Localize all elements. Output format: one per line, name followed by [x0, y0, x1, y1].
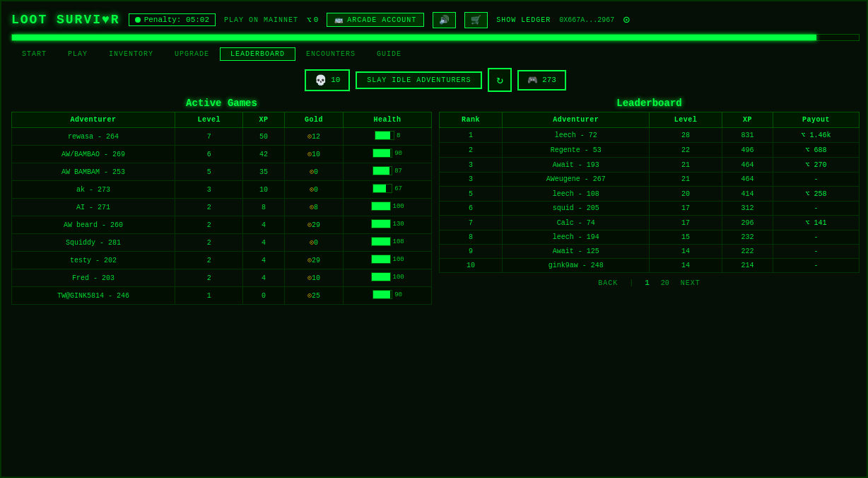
skull-count: 10: [331, 76, 340, 84]
level: 20: [650, 187, 722, 202]
level: 22: [650, 143, 722, 158]
gold: ⊙12: [284, 128, 344, 146]
payout: -: [773, 245, 860, 259]
xp: 222: [722, 245, 773, 259]
adventurer-name: rewasa - 264: [12, 128, 175, 146]
level: 15: [650, 231, 722, 245]
adventurer-name: testy - 202: [12, 252, 175, 269]
table-row[interactable]: 10 gink9aw - 248 14 214 -: [440, 259, 860, 273]
table-row[interactable]: 6 squid - 205 17 312 -: [440, 202, 860, 216]
table-row[interactable]: rewasa - 264 7 50 ⊙12 8: [12, 128, 432, 146]
table-row[interactable]: AW BAMBAM - 253 5 35 ⊙0 87: [12, 163, 432, 181]
gold: ⊙0: [284, 181, 344, 199]
active-games-table: Adventurer Level XP Gold Health rewasa -…: [11, 112, 432, 305]
nav-encounters[interactable]: ENCOUNTERS: [295, 47, 366, 61]
xp: 4: [243, 269, 284, 287]
col-xp-lb: XP: [722, 112, 773, 128]
controller-count-button[interactable]: 🎮 273: [517, 70, 566, 91]
payout: ⌥ 270: [773, 158, 860, 173]
nav-play[interactable]: PLAY: [57, 47, 98, 61]
play-mainnet: PLAY ON MAINNET: [224, 16, 298, 24]
level: 21: [650, 173, 722, 187]
adventurer-name: leech - 194: [502, 231, 650, 245]
back-button[interactable]: BACK: [598, 279, 618, 287]
level: 6: [175, 146, 243, 163]
refresh-icon: ↻: [496, 73, 503, 87]
next-button[interactable]: NEXT: [681, 279, 700, 287]
bus-icon: 🚌: [334, 16, 344, 24]
xp: 4: [243, 216, 284, 234]
adventurer-name: leech - 72: [502, 128, 650, 143]
table-row[interactable]: AI - 271 2 8 ⊙8 100: [12, 199, 432, 216]
token-display: ⌥ 0: [307, 16, 318, 25]
xp: 496: [722, 143, 773, 158]
table-row[interactable]: AW beard - 260 2 4 ⊙29 130: [12, 216, 432, 234]
gold: ⊙8: [284, 199, 344, 216]
table-row[interactable]: 7 Calc - 74 17 296 ⌥ 141: [440, 216, 860, 231]
arcade-account-button[interactable]: 🚌 ARCADE ACCOUNT: [327, 13, 424, 27]
adventurer-name: leech - 108: [502, 187, 650, 202]
table-row[interactable]: 8 leech - 194 15 232 -: [440, 231, 860, 245]
slay-idle-button[interactable]: SLAY IDLE ADVENTURERS: [356, 71, 482, 89]
col-xp: XP: [243, 112, 284, 128]
health: 87: [344, 163, 432, 181]
skull-count-button[interactable]: 💀 10: [305, 69, 350, 91]
payout: ⌥ 1.46k: [773, 128, 860, 143]
level: 28: [650, 128, 722, 143]
level: 14: [650, 259, 722, 273]
adventurer-name: AI - 271: [12, 199, 175, 216]
adventurer-name: AW beard - 260: [12, 216, 175, 234]
github-icon[interactable]: ⊙: [623, 13, 630, 27]
rank: 5: [440, 187, 503, 202]
health: 90: [344, 146, 432, 163]
rank: 10: [440, 259, 503, 273]
table-row[interactable]: AW/BAMBAO - 269 6 42 ⊙10 90: [12, 146, 432, 163]
show-ledger[interactable]: SHOW LEDGER: [496, 16, 551, 24]
adventurer-name: Squiddy - 281: [12, 234, 175, 252]
nav-start[interactable]: START: [11, 47, 57, 61]
leaderboard-title: Leaderboard: [439, 98, 860, 109]
xp: 831: [722, 128, 773, 143]
table-row[interactable]: Squiddy - 281 2 4 ⊙0 108: [12, 234, 432, 252]
refresh-button[interactable]: ↻: [488, 68, 512, 92]
level: 21: [650, 158, 722, 173]
nav-leaderboard[interactable]: LEADERBOARD: [220, 47, 295, 61]
payout: -: [773, 231, 860, 245]
payout: -: [773, 259, 860, 273]
page-number: 1: [645, 279, 650, 287]
screen: LOOT SURVI♥R Penalty: 05:02 PLAY ON MAIN…: [1, 1, 868, 478]
adventurer-name: gink9aw - 248: [502, 259, 650, 273]
table-row[interactable]: testy - 202 2 4 ⊙29 100: [12, 252, 432, 269]
table-row[interactable]: 3 Await - 193 21 464 ⌥ 270: [440, 158, 860, 173]
xp: 4: [243, 252, 284, 269]
table-row[interactable]: ak - 273 3 10 ⊙0 67: [12, 181, 432, 199]
nav-inventory[interactable]: INVENTORY: [98, 47, 164, 61]
logo: LOOT SURVI♥R: [11, 13, 120, 27]
health: 90: [344, 287, 432, 305]
main-content: Active Games Adventurer Level XP Gold He…: [11, 98, 860, 472]
adventurer-name: Regente - 53: [502, 143, 650, 158]
toolbar: 💀 10 SLAY IDLE ADVENTURERS ↻ 🎮 273: [11, 68, 860, 92]
pagination: BACK | 1 20 NEXT: [439, 273, 860, 293]
active-games-title: Active Games: [11, 98, 432, 109]
cart-button[interactable]: 🛒: [464, 12, 488, 28]
table-row[interactable]: Fred - 203 2 4 ⊙10 100: [12, 269, 432, 287]
level: 2: [175, 216, 243, 234]
adventurer-name: Fred - 203: [12, 269, 175, 287]
table-row[interactable]: 1 leech - 72 28 831 ⌥ 1.46k: [440, 128, 860, 143]
wallet-address: 0X667A...2967: [559, 16, 614, 24]
table-row[interactable]: 2 Regente - 53 22 496 ⌥ 688: [440, 143, 860, 158]
nav-guide[interactable]: GUIDE: [366, 47, 412, 61]
gold: ⊙0: [284, 234, 344, 252]
table-row[interactable]: 5 leech - 108 20 414 ⌥ 258: [440, 187, 860, 202]
table-row[interactable]: TW@GINK5814 - 246 1 0 ⊙25 90: [12, 287, 432, 305]
table-row[interactable]: 3 AWeugene - 267 21 464 -: [440, 173, 860, 187]
level: 14: [650, 245, 722, 259]
table-row[interactable]: 9 Await - 125 14 222 -: [440, 245, 860, 259]
penalty-label: Penalty: 05:02: [144, 16, 209, 24]
xp: 0: [243, 287, 284, 305]
col-health: Health: [344, 112, 432, 128]
level: 2: [175, 252, 243, 269]
nav-upgrade[interactable]: UPGRADE: [164, 47, 220, 61]
sound-button[interactable]: 🔊: [433, 12, 456, 28]
